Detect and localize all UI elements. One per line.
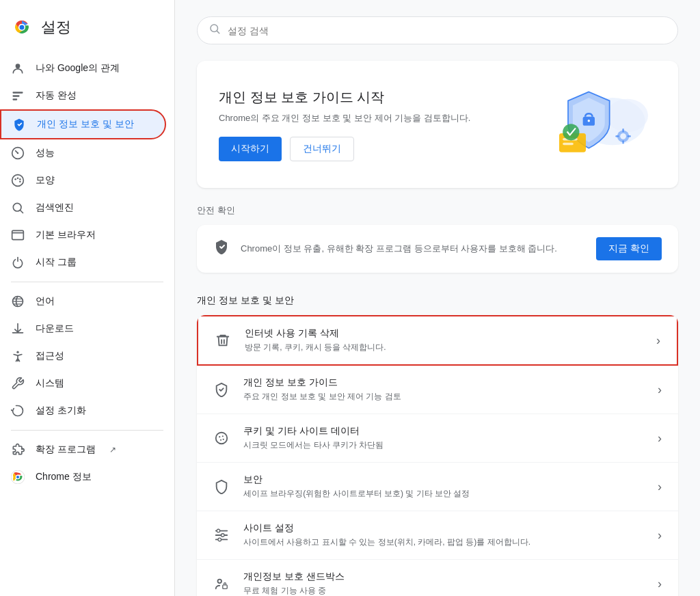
- sidebar-item-privacy[interactable]: 개인 정보 보호 및 보안: [0, 109, 166, 139]
- svg-rect-4: [13, 92, 23, 94]
- sidebar-item-label: 시작 그룹: [36, 256, 77, 269]
- svg-point-29: [620, 133, 626, 139]
- list-item-clear-browsing[interactable]: 인터넷 사용 기록 삭제 방문 기록, 쿠키, 캐시 등을 삭제합니다. ›: [197, 315, 678, 366]
- shield-check-icon: [213, 382, 230, 397]
- sidebar-item-extensions[interactable]: 확장 프로그램 ↗: [0, 436, 166, 463]
- svg-rect-33: [615, 135, 619, 137]
- list-item-site-settings[interactable]: 사이트 설정 사이트에서 사용하고 표시할 수 있는 정보(위치, 카메라, 팝…: [197, 511, 678, 560]
- list-item-desc: 방문 기록, 쿠키, 캐시 등을 삭제합니다.: [245, 342, 643, 353]
- sidebar-item-label: 검색엔진: [36, 202, 74, 214]
- sidebar-item-label: 개인 정보 보호 및 보안: [37, 118, 134, 131]
- svg-point-10: [17, 177, 19, 179]
- reset-icon: [11, 404, 25, 418]
- list-item-cookies[interactable]: 쿠키 및 기타 사이트 데이터 시크릿 모드에서는 타사 쿠키가 차단됨 ›: [197, 414, 678, 463]
- sidebar-item-browser[interactable]: 기본 브라우저: [0, 221, 166, 249]
- svg-point-45: [218, 538, 221, 541]
- puzzle-icon: [11, 443, 25, 457]
- trash-icon: [215, 333, 231, 348]
- sidebar-item-language[interactable]: 언어: [0, 288, 166, 315]
- svg-rect-47: [223, 585, 227, 589]
- sidebar-item-about[interactable]: Chrome 정보: [0, 463, 166, 491]
- chrome-logo-icon: [11, 16, 33, 38]
- list-item-security[interactable]: 보안 세이프 브라우징(위험한 사이트로부터 보호) 및 기타 보안 설정 ›: [197, 463, 678, 511]
- svg-point-9: [14, 178, 16, 180]
- chevron-right-icon: ›: [658, 383, 662, 397]
- safety-check-card: Chrome이 정보 유출, 유해한 확장 프로그램 등으로부터 사용자를 보호…: [197, 225, 678, 273]
- sidebar-title: 설정: [41, 17, 71, 38]
- browser-icon: [11, 228, 25, 242]
- sidebar-item-account[interactable]: 나와 Google의 관계: [0, 55, 166, 82]
- shield-illustration-icon: [533, 80, 656, 169]
- sidebar-item-label: 설정 초기화: [36, 405, 86, 417]
- shield-privacy-icon: [12, 118, 26, 131]
- sidebar-item-search[interactable]: 검색엔진: [0, 194, 166, 221]
- power-icon: [11, 256, 25, 269]
- start-button[interactable]: 시작하기: [219, 137, 282, 161]
- svg-rect-30: [622, 128, 624, 132]
- sidebar-item-performance[interactable]: 성능: [0, 139, 166, 167]
- search-bar: [197, 16, 678, 44]
- accessibility-icon: [11, 349, 25, 363]
- safety-shield-icon: [213, 239, 230, 259]
- svg-point-8: [12, 175, 24, 187]
- guide-card-title: 개인 정보 보호 가이드 시작: [219, 88, 470, 107]
- sidebar-item-reset[interactable]: 설정 초기화: [0, 397, 166, 424]
- skip-button[interactable]: 건너뛰기: [290, 137, 354, 161]
- sidebar-item-autocomplete[interactable]: 자동 완성: [0, 82, 166, 109]
- svg-rect-27: [563, 143, 574, 145]
- svg-point-24: [588, 120, 590, 122]
- security-shield-icon: [213, 479, 230, 494]
- gauge-icon: [11, 146, 25, 160]
- sidebar-item-appearance[interactable]: 모양: [0, 167, 166, 194]
- chevron-right-icon: ›: [658, 577, 662, 591]
- check-now-button[interactable]: 지금 확인: [596, 237, 662, 260]
- search-input[interactable]: [228, 25, 667, 36]
- svg-point-7: [17, 152, 19, 154]
- external-link-icon: ↗: [109, 445, 116, 455]
- svg-point-16: [16, 351, 18, 353]
- sidebar-item-label: 언어: [36, 295, 55, 308]
- list-item-desc: 시크릿 모드에서는 타사 쿠키가 차단됨: [243, 439, 644, 451]
- list-item-title: 쿠키 및 기타 사이트 데이터: [243, 425, 644, 437]
- chevron-right-icon: ›: [656, 334, 660, 348]
- list-item-title: 인터넷 사용 기록 삭제: [245, 327, 643, 340]
- sidebar-item-label: 나와 Google의 관계: [36, 62, 120, 74]
- list-item-content-sandbox: 개인정보 보호 샌드박스 무료 체험 기능 사용 중: [243, 571, 644, 596]
- privacy-section-label: 개인 정보 보호 및 보안: [197, 289, 678, 312]
- sidebar-item-startup[interactable]: 시작 그룹: [0, 249, 166, 276]
- svg-point-43: [217, 529, 220, 532]
- guide-card-description: Chrome의 주요 개인 정보 보호 및 보안 제어 기능을 검토합니다.: [219, 112, 470, 124]
- sidebar-item-label: 성능: [36, 147, 55, 159]
- chevron-right-icon: ›: [658, 431, 662, 446]
- sidebar-item-accessibility[interactable]: 접근성: [0, 342, 166, 370]
- list-item-desc: 무료 체험 기능 사용 중: [243, 585, 644, 596]
- chrome-info-icon: [11, 470, 25, 484]
- chevron-right-icon: ›: [658, 480, 662, 494]
- svg-point-36: [219, 436, 220, 437]
- list-item-sandbox[interactable]: 개인정보 보호 샌드박스 무료 체험 기능 사용 중 ›: [197, 560, 678, 596]
- list-item-content-site: 사이트 설정 사이트에서 사용하고 표시할 수 있는 정보(위치, 카메라, 팝…: [243, 522, 644, 548]
- sidebar-item-label: Chrome 정보: [36, 471, 92, 483]
- sidebar: 설정 나와 Google의 관계 자동 완성 개인 정보 보호 및 보안: [0, 0, 175, 596]
- svg-point-39: [223, 439, 224, 440]
- privacy-list-card: 인터넷 사용 기록 삭제 방문 기록, 쿠키, 캐시 등을 삭제합니다. › 개…: [197, 315, 678, 596]
- svg-point-3: [16, 64, 21, 68]
- sidebar-item-label: 접근성: [36, 350, 64, 362]
- svg-point-44: [221, 534, 225, 537]
- list-item-privacy-guide[interactable]: 개인 정보 보호 가이드 주요 개인 정보 보호 및 보안 제어 기능 검토 ›: [197, 366, 678, 414]
- list-item-title: 보안: [243, 474, 644, 486]
- wrench-icon: [11, 377, 25, 390]
- sidebar-item-label: 확장 프로그램: [36, 444, 96, 456]
- svg-point-2: [20, 25, 25, 30]
- sidebar-item-system[interactable]: 시스템: [0, 370, 166, 397]
- svg-point-22: [606, 99, 648, 133]
- sidebar-item-download[interactable]: 다운로드: [0, 315, 166, 342]
- search-sidebar-icon: [11, 201, 25, 215]
- sidebar-item-label: 시스템: [36, 377, 64, 390]
- privacy-guide-card: 개인 정보 보호 가이드 시작 Chrome의 주요 개인 정보 보호 및 보안…: [197, 61, 678, 188]
- download-icon: [11, 322, 25, 336]
- svg-point-19: [16, 476, 19, 478]
- list-item-title: 사이트 설정: [243, 522, 644, 534]
- guide-card-buttons: 시작하기 건너뛰기: [219, 137, 470, 161]
- svg-point-34: [563, 124, 579, 140]
